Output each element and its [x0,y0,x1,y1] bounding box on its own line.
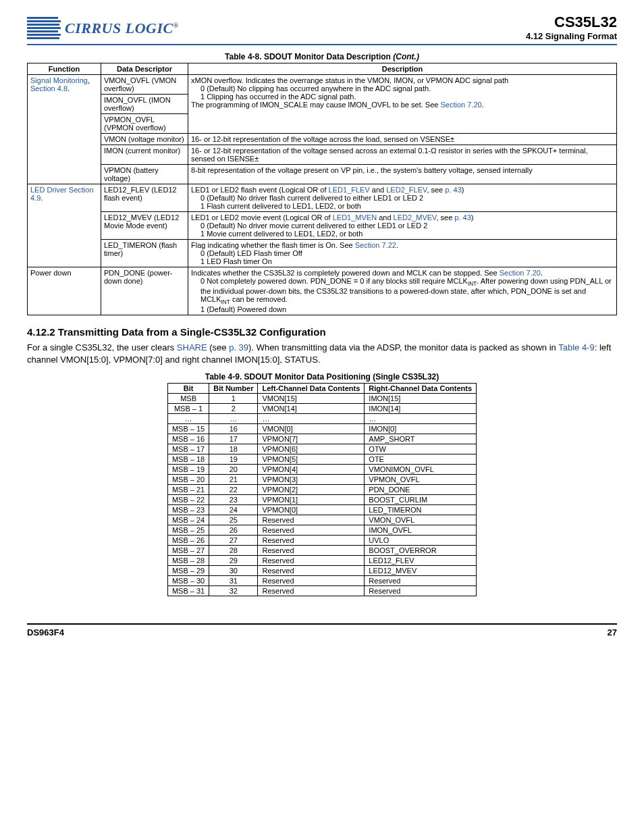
table-row: MSB – 2829ReservedLED12_FLEV [167,556,476,566]
footer-left: DS963F4 [27,627,64,637]
svg-rect-3 [27,27,61,29]
table-row: MSB – 2021VPMON[3]VPMON_OVFL [167,475,476,485]
dd-cell: LED12_FLEV (LED12 flash event) [101,184,188,212]
desc-cell: LED1 or LED2 movie event (Logical OR of … [188,212,617,240]
table-row: MSB – 1819VPMON[5]OTE [167,454,476,465]
table-row: MSB – 2122VPMON[2]PDN_DONE [167,485,476,495]
table-row: MSB – 2728ReservedBOOST_OVERROR [167,546,476,556]
section-4-12-2-body: For a single CS35L32, the user clears SH… [27,342,617,365]
table-row: MSB1VMON[15]IMON[15] [167,394,476,404]
table-row: MSB – 2324VPMON[0]LED_TIMERON [167,505,476,515]
th-right-channel: Right-Channel Data Contents [365,384,477,394]
link-p39[interactable]: p. 39 [229,342,248,353]
table-row: MSB – 2930ReservedLED12_MVEV [167,566,476,576]
desc-pdn-done: Indicates whether the CS35L32 is complet… [188,267,617,315]
page-header: CIRRUS LOGIC® CS35L32 4.12 Signaling For… [27,14,617,45]
table-row: MSB – 12VMON[14]IMON[14] [167,404,476,414]
svg-rect-6 [27,37,59,39]
header-title-area: CS35L32 4.12 Signaling Format [526,14,617,41]
link-signal-monitoring[interactable]: Signal Monitoring [30,76,88,84]
th-data-descriptor: Data Descriptor [101,63,188,75]
table-4-8-caption: Table 4-8. SDOUT Monitor Data Descriptio… [27,52,617,61]
desc-cell: LED1 or LED2 flash event (Logical OR of … [188,184,617,212]
dd-pdn-done: PDN_DONE (power-down done) [101,267,188,315]
table-row: MSB – 1516VMON[0]IMON[0] [167,424,476,434]
func-power-down: Power down [28,267,101,315]
table-row: MSB – 1718VPMON[6]OTW [167,444,476,454]
svg-rect-4 [27,30,58,32]
brand-text: CIRRUS LOGIC® [65,20,179,37]
table-row: MSB – 2425ReservedVMON_OVFL [167,515,476,525]
table-4-9-caption: Table 4-9. SDOUT Monitor Data Positionin… [27,372,617,382]
svg-rect-2 [27,24,59,26]
th-function: Function [28,63,101,75]
table-row: MSB – 3132ReservedReserved [167,586,476,596]
desc-cell: 16- or 12-bit representation of the volt… [188,134,617,145]
footer-right: 27 [608,627,617,637]
th-left-channel: Left-Channel Data Contents [258,384,365,394]
desc-cell: Flag indicating whether the flash timer … [188,240,617,267]
link-section-7-20[interactable]: Section 7.20 [440,101,481,109]
dd-cell: VPMON_OVFL (VPMON overflow) [101,114,188,134]
brand-logo: CIRRUS LOGIC® [27,16,179,41]
dd-cell: IMON_OVFL (IMON overflow) [101,95,188,114]
page-footer: DS963F4 27 [27,623,617,637]
dd-cell: LED12_MVEV (LED12 Movie Mode event) [101,212,188,240]
link-share[interactable]: SHARE [177,342,207,353]
table-row: MSB – 1920VPMON[4]VMONIMON_OVFL [167,465,476,475]
doc-title: CS35L32 [526,14,617,31]
th-bit-number: Bit Number [209,384,258,394]
dd-cell: IMON (current monitor) [101,145,188,165]
table-4-8: Function Data Descriptor Description Sig… [27,63,617,315]
link-led-driver[interactable]: LED Driver [30,186,67,194]
logo-stripes-icon [27,16,61,41]
table-row: MSB – 2223VPMON[1]BOOST_CURLIM [167,495,476,505]
th-bit: Bit [167,384,209,394]
dd-vmon-ovfl: VMON_OVFL (VMON overflow) [101,75,188,95]
table-row: MSB – 2526ReservedIMON_OVFL [167,525,476,536]
svg-rect-1 [27,20,61,22]
section-title: 4.12 Signaling Format [526,31,617,41]
svg-rect-0 [27,17,58,19]
table-row: ………… [167,414,476,424]
desc-xmon-ovfl: xMON overflow. Indicates the overrange s… [188,75,617,134]
desc-cell: 8-bit representation of the voltage pres… [188,165,617,184]
th-description: Description [188,63,617,75]
table-row: MSB – 1617VPMON[7]AMP_SHORT [167,434,476,444]
link-section-7-20b[interactable]: Section 7.20 [500,269,541,277]
func-signal-monitoring: Signal Monitoring, Section 4.8. [28,75,101,184]
dd-cell: LED_TIMERON (flash timer) [101,240,188,267]
dd-cell: VPMON (battery voltage) [101,165,188,184]
section-4-12-2-heading: 4.12.2 Transmitting Data from a Single-C… [27,326,617,338]
link-section-4-8[interactable]: Section 4.8 [30,84,68,93]
table-4-9: Bit Bit Number Left-Channel Data Content… [167,383,477,596]
func-led-driver: LED Driver Section 4.9. [28,184,101,267]
desc-cell: 16- or 12-bit representation of the volt… [188,145,617,165]
link-table-4-9[interactable]: Table 4-9 [558,342,594,353]
table-row: MSB – 2627ReservedUVLO [167,536,476,546]
dd-cell: VMON (voltage monitor) [101,134,188,145]
table-row: MSB – 3031ReservedReserved [167,576,476,586]
svg-rect-5 [27,34,61,36]
